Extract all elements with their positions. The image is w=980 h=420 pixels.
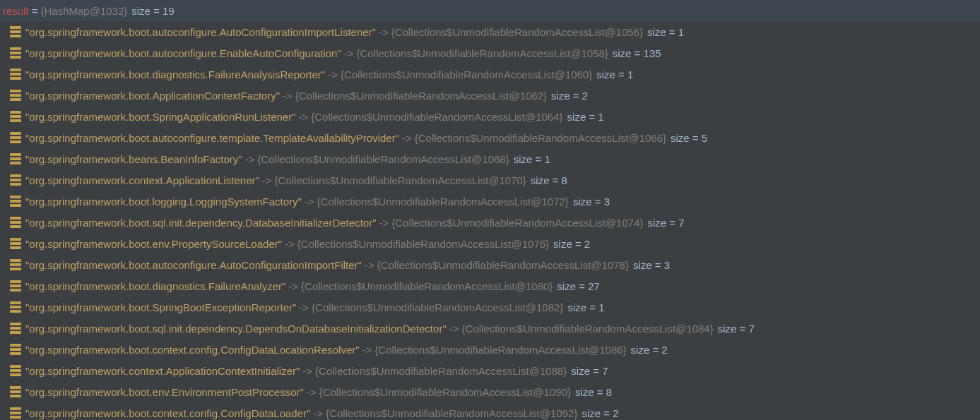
- map-entry-icon: [10, 196, 21, 207]
- arrow-icon: ->: [288, 280, 298, 292]
- arrow-icon: ->: [245, 153, 255, 165]
- entry-value: {Collections$UnmodifiableRandomAccessLis…: [317, 196, 569, 208]
- map-entry-icon: [10, 386, 21, 397]
- map-entry-row[interactable]: "org.springframework.boot.context.config…: [0, 339, 980, 360]
- entry-key: "org.springframework.boot.diagnostics.Fa…: [25, 68, 325, 80]
- map-entry-icon: [10, 47, 21, 59]
- entry-key: "org.springframework.boot.autoconfigure.…: [25, 132, 399, 144]
- entry-size: size = 7: [571, 365, 608, 377]
- map-entry-row[interactable]: "org.springframework.boot.env.PropertySo…: [0, 233, 980, 254]
- entry-size: size = 2: [553, 238, 590, 250]
- entry-value: {Collections$UnmodifiableRandomAccessLis…: [297, 238, 549, 250]
- map-entry-icon: [10, 365, 21, 376]
- map-entry-row[interactable]: "org.springframework.beans.BeanInfoFacto…: [0, 148, 980, 169]
- arrow-icon: ->: [305, 196, 314, 208]
- map-entry-row[interactable]: "org.springframework.boot.autoconfigure.…: [0, 254, 980, 275]
- arrow-icon: ->: [302, 365, 312, 377]
- map-entry-row[interactable]: "org.springframework.boot.context.config…: [0, 402, 980, 420]
- entry-key: "org.springframework.boot.diagnostics.Fa…: [25, 280, 285, 292]
- map-entry-row[interactable]: "org.springframework.context.Application…: [0, 360, 980, 381]
- entry-key: "org.springframework.boot.autoconfigure.…: [25, 26, 376, 38]
- entry-value: {Collections$UnmodifiableRandomAccessLis…: [357, 47, 608, 59]
- entry-key: "org.springframework.boot.autoconfigure.…: [25, 47, 341, 59]
- entry-size: size = 2: [631, 344, 668, 356]
- arrow-icon: ->: [344, 47, 354, 59]
- entry-size: size = 135: [613, 47, 661, 59]
- entry-value: {Collections$UnmodifiableRandomAccessLis…: [461, 323, 713, 335]
- map-entry-icon: [10, 90, 21, 101]
- entry-value: {Collections$UnmodifiableRandomAccessLis…: [311, 111, 562, 123]
- map-entry-icon: [10, 280, 21, 292]
- arrow-icon: ->: [365, 259, 374, 271]
- entry-key: "org.springframework.context.Application…: [25, 174, 259, 186]
- entry-key: "org.springframework.beans.BeanInfoFacto…: [25, 153, 242, 165]
- map-entry-icon: [10, 26, 21, 37]
- arrow-icon: ->: [299, 111, 309, 123]
- entry-key: "org.springframework.boot.env.Environmen…: [25, 386, 304, 398]
- entry-key: "org.springframework.boot.context.config…: [25, 344, 360, 356]
- map-entry-icon: [10, 174, 21, 186]
- equals-sign: =: [32, 5, 38, 17]
- map-entry-row[interactable]: "org.springframework.boot.diagnostics.Fa…: [0, 64, 980, 85]
- arrow-icon: ->: [379, 217, 389, 229]
- arrow-icon: ->: [313, 407, 323, 419]
- entry-value: {Collections$UnmodifiableRandomAccessLis…: [326, 407, 577, 419]
- entry-value: {Collections$UnmodifiableRandomAccessLis…: [391, 217, 643, 229]
- map-entry-row[interactable]: "org.springframework.boot.logging.Loggin…: [0, 191, 980, 212]
- map-entry-row[interactable]: "org.springframework.boot.SpringApplicat…: [0, 106, 980, 127]
- entry-value: {Collections$UnmodifiableRandomAccessLis…: [257, 153, 509, 165]
- entry-value: {Collections$UnmodifiableRandomAccessLis…: [374, 344, 626, 356]
- entry-key: "org.springframework.boot.logging.Loggin…: [25, 196, 302, 208]
- map-entry-row[interactable]: "org.springframework.boot.env.Environmen…: [0, 381, 980, 402]
- map-entry-row[interactable]: "org.springframework.boot.sql.init.depen…: [0, 212, 980, 233]
- entry-size: size = 1: [647, 26, 684, 38]
- entry-size: size = 1: [596, 68, 633, 80]
- entry-size: size = 1: [567, 301, 604, 313]
- entry-key: "org.springframework.boot.autoconfigure.…: [25, 259, 362, 271]
- entry-size: size = 5: [671, 132, 707, 144]
- map-entry-row[interactable]: "org.springframework.boot.diagnostics.Fa…: [0, 275, 980, 296]
- entry-size: size = 7: [648, 217, 685, 229]
- map-entry-icon: [10, 217, 21, 228]
- entry-value: {Collections$UnmodifiableRandomAccessLis…: [391, 26, 643, 38]
- entry-size: size = 8: [575, 386, 612, 398]
- entry-key: "org.springframework.context.Application…: [25, 365, 300, 377]
- arrow-icon: ->: [379, 26, 389, 38]
- entry-size: size = 3: [573, 196, 610, 208]
- entry-key: "org.springframework.boot.context.config…: [25, 407, 310, 419]
- arrow-icon: ->: [449, 323, 459, 335]
- arrow-icon: ->: [307, 386, 317, 398]
- map-entry-row[interactable]: "org.springframework.boot.sql.init.depen…: [0, 318, 980, 339]
- entry-key: "org.springframework.boot.env.PropertySo…: [25, 238, 282, 250]
- entry-key: "org.springframework.boot.SpringBootExce…: [25, 301, 296, 313]
- map-entry-icon: [10, 301, 21, 313]
- entry-value: {Collections$UnmodifiableRandomAccessLis…: [319, 386, 571, 398]
- map-entry-row[interactable]: "org.springframework.boot.autoconfigure.…: [0, 42, 980, 64]
- map-entry-row[interactable]: "org.springframework.boot.autoconfigure.…: [0, 127, 980, 148]
- entry-size: size = 3: [633, 259, 670, 271]
- entry-value: {Collections$UnmodifiableRandomAccessLis…: [295, 90, 547, 102]
- map-entry-row[interactable]: "org.springframework.context.Application…: [0, 169, 980, 191]
- entries-container: "org.springframework.boot.autoconfigure.…: [0, 21, 980, 420]
- map-entry-icon: [10, 153, 21, 164]
- arrow-icon: ->: [283, 90, 293, 102]
- map-entry-row[interactable]: "org.springframework.boot.autoconfigure.…: [0, 21, 980, 42]
- arrow-icon: ->: [299, 301, 309, 313]
- entry-size: size = 2: [581, 407, 618, 419]
- map-entry-row[interactable]: "org.springframework.boot.SpringBootExce…: [0, 296, 980, 318]
- arrow-icon: ->: [328, 68, 338, 80]
- entry-size: size = 8: [531, 174, 567, 186]
- entry-value: {Collections$UnmodifiableRandomAccessLis…: [312, 301, 563, 313]
- entry-size: size = 7: [718, 323, 755, 335]
- map-entry-icon: [10, 259, 21, 270]
- entry-value: {Collections$UnmodifiableRandomAccessLis…: [415, 132, 666, 144]
- entry-value: {Collections$UnmodifiableRandomAccessLis…: [377, 259, 629, 271]
- object-ref: {HashMap@1032}: [40, 5, 127, 17]
- arrow-icon: ->: [262, 174, 272, 186]
- map-entry-icon: [10, 111, 21, 122]
- map-entry-row[interactable]: "org.springframework.boot.ApplicationCon…: [0, 85, 980, 106]
- size-label: size = 19: [131, 5, 174, 17]
- entry-key: "org.springframework.boot.sql.init.depen…: [25, 217, 376, 229]
- variable-name: result: [3, 5, 29, 17]
- variable-root-row[interactable]: result = {HashMap@1032} size = 19: [0, 0, 980, 21]
